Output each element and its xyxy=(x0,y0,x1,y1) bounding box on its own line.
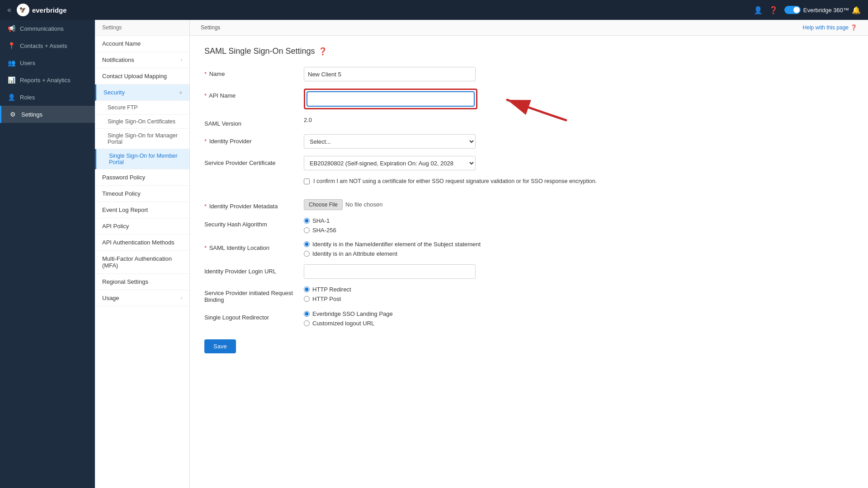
left-sidebar: 📢 Communications 📍 Contacts + Assets 👥 U… xyxy=(0,20,95,488)
saml-version-label: SAML Version xyxy=(204,117,304,127)
chevron-right-usage-icon: › xyxy=(181,296,182,300)
http-redirect-label[interactable]: HTTP Redirect xyxy=(312,286,351,293)
saml-identity-row: * SAML Identity Location Identity is in … xyxy=(204,241,854,257)
name-identifier-row: Identity is in the NameIdentifier elemen… xyxy=(304,241,854,248)
sidebar-item-users[interactable]: 👥 Users xyxy=(0,54,95,71)
toggle-label: Everbridge 360™ xyxy=(803,7,849,14)
nav-api-auth-methods[interactable]: API Authentication Methods xyxy=(95,235,189,251)
content-breadcrumb: Settings xyxy=(201,24,220,31)
api-name-row: * API Name xyxy=(204,89,854,109)
sidebar-item-communications[interactable]: 📢 Communications xyxy=(0,20,95,37)
file-row: Choose File No file chosen xyxy=(304,199,854,210)
topbar: « 🦅 everbridge 👤 ❓ Everbridge 360™ 🔔 xyxy=(0,0,868,20)
nav-api-policy[interactable]: API Policy xyxy=(95,218,189,235)
sidebar-item-roles[interactable]: 👤 Roles xyxy=(0,89,95,106)
everbridge-sso-label[interactable]: Everbridge SSO Landing Page xyxy=(312,310,393,317)
saml-identity-label: * SAML Identity Location xyxy=(204,241,304,251)
idp-metadata-value: Choose File No file chosen xyxy=(304,199,854,210)
api-name-input[interactable] xyxy=(307,92,474,106)
file-name-text: No file chosen xyxy=(345,201,382,208)
nav-password-policy[interactable]: Password Policy xyxy=(95,169,189,186)
http-post-row: HTTP Post xyxy=(304,296,854,302)
save-button[interactable]: Save xyxy=(204,339,236,353)
name-input[interactable] xyxy=(304,67,476,81)
sha256-radio[interactable] xyxy=(304,227,310,233)
api-name-value xyxy=(304,89,854,109)
http-post-radio[interactable] xyxy=(304,296,310,302)
communications-icon: 📢 xyxy=(7,25,15,32)
service-provider-cert-select[interactable]: EB20280802 (Self-signed, Expiration On: … xyxy=(304,156,476,170)
nav-sso-certificates[interactable]: Single Sign-On Certificates xyxy=(95,115,189,129)
custom-logout-radio[interactable] xyxy=(304,320,310,326)
name-label: * Name xyxy=(204,67,304,77)
topbar-left: « 🦅 everbridge xyxy=(7,4,67,16)
help-link[interactable]: Help with this page ❓ xyxy=(803,24,857,31)
sha256-label[interactable]: SHA-256 xyxy=(312,227,336,234)
saml-version-static: 2.0 xyxy=(304,113,312,123)
identity-provider-value: Select... ADFS Okta Azure AD PingFederat… xyxy=(304,134,854,149)
name-row: * Name xyxy=(204,67,854,81)
page-title-help-icon[interactable]: ❓ xyxy=(318,47,327,56)
nav-usage[interactable]: Usage › xyxy=(95,290,189,306)
nav-sso-manager-portal[interactable]: Single Sign-On for Manager Portal xyxy=(95,129,189,149)
idp-login-url-input[interactable] xyxy=(304,264,476,279)
choose-file-button[interactable]: Choose File xyxy=(304,199,343,210)
sha1-label[interactable]: SHA-1 xyxy=(312,217,330,224)
reports-icon: 📊 xyxy=(7,76,15,84)
name-identifier-radio[interactable] xyxy=(304,241,310,247)
name-identifier-label[interactable]: Identity is in the NameIdentifier elemen… xyxy=(312,241,481,248)
nav-mfa[interactable]: Multi-Factor Authentication (MFA) xyxy=(95,251,189,274)
logo-icon: 🦅 xyxy=(17,4,29,16)
single-logout-row: Single Logout Redirector Everbridge SSO … xyxy=(204,310,854,327)
sha256-row: SHA-256 xyxy=(304,227,854,234)
nav-security[interactable]: Security ∨ xyxy=(95,84,189,101)
http-redirect-radio[interactable] xyxy=(304,286,310,292)
identity-provider-label: * Identity Provider xyxy=(204,134,304,145)
sidebar-item-label: Roles xyxy=(20,94,35,101)
collapse-sidebar-icon[interactable]: « xyxy=(7,6,11,14)
second-sidebar: Settings Account Name Notifications › Co… xyxy=(95,20,190,488)
nav-notifications[interactable]: Notifications › xyxy=(95,52,189,68)
settings-icon: ⚙ xyxy=(9,111,17,118)
chevron-right-icon: › xyxy=(181,57,182,62)
nav-timeout-policy[interactable]: Timeout Policy xyxy=(95,186,189,202)
sidebar-item-contacts-assets[interactable]: 📍 Contacts + Assets xyxy=(0,37,95,54)
nav-regional-settings[interactable]: Regional Settings xyxy=(95,274,189,290)
single-logout-label: Single Logout Redirector xyxy=(204,310,304,321)
sp-binding-value: HTTP Redirect HTTP Post xyxy=(304,286,854,302)
saml-identity-value: Identity is in the NameIdentifier elemen… xyxy=(304,241,854,257)
custom-logout-label[interactable]: Customized logout URL xyxy=(312,320,374,327)
sidebar-item-reports[interactable]: 📊 Reports + Analytics xyxy=(0,71,95,89)
security-hash-row: Security Hash Algorithm SHA-1 SHA-256 xyxy=(204,217,854,234)
nav-secure-ftp[interactable]: Secure FTP xyxy=(95,101,189,115)
cert-checkbox[interactable] xyxy=(304,178,310,184)
http-post-label[interactable]: HTTP Post xyxy=(312,296,341,302)
save-row: Save xyxy=(204,334,854,353)
identity-provider-select[interactable]: Select... ADFS Okta Azure AD PingFederat… xyxy=(304,134,476,149)
sidebar-item-settings[interactable]: ⚙ Settings xyxy=(0,106,95,123)
idp-login-url-value xyxy=(304,264,854,279)
help-icon[interactable]: ❓ xyxy=(769,6,778,14)
nav-account-name[interactable]: Account Name xyxy=(95,36,189,52)
identity-provider-row: * Identity Provider Select... ADFS Okta … xyxy=(204,134,854,149)
name-value xyxy=(304,67,854,81)
cert-checkbox-label[interactable]: I confirm I am NOT using a certificate f… xyxy=(313,178,597,186)
everbridge-sso-radio[interactable] xyxy=(304,311,310,317)
sha1-radio[interactable] xyxy=(304,218,310,224)
attribute-element-row: Identity is in an Attribute element xyxy=(304,250,854,257)
attribute-element-radio[interactable] xyxy=(304,251,310,257)
roles-icon: 👤 xyxy=(7,94,15,101)
nav-event-log-report[interactable]: Event Log Report xyxy=(95,202,189,218)
sidebar-item-label: Settings xyxy=(21,111,42,118)
user-icon[interactable]: 👤 xyxy=(754,6,763,14)
everbridge-toggle[interactable]: Everbridge 360™ 🔔 xyxy=(784,6,861,14)
main-content: Settings Help with this page ❓ SAML Sing… xyxy=(190,20,868,488)
toggle-pill[interactable] xyxy=(784,6,801,14)
toggle-expand-icon[interactable]: 🔔 xyxy=(852,6,861,14)
http-redirect-row: HTTP Redirect xyxy=(304,286,854,293)
content-header: Settings Help with this page ❓ xyxy=(190,20,868,36)
attribute-element-label[interactable]: Identity is in an Attribute element xyxy=(312,250,397,257)
nav-contact-upload[interactable]: Contact Upload Mapping xyxy=(95,68,189,84)
nav-sso-member-portal[interactable]: Single Sign-On for Member Portal xyxy=(95,149,189,169)
sha1-row: SHA-1 xyxy=(304,217,854,224)
